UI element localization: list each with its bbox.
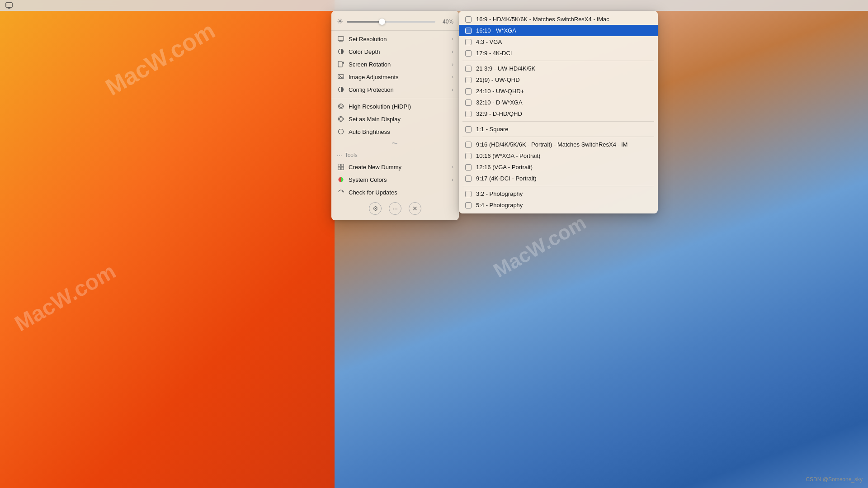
submenu-sep-2 [462,121,654,122]
label-5-4-photography: 5:4 - Photography [476,202,523,208]
menu-bottom-icons: ⚙ ··· ✕ [331,199,459,217]
submenu-item-32-9[interactable]: 32:9 - D-HD/QHD [459,108,658,119]
set-resolution-arrow: › [452,36,453,42]
menu-item-set-resolution[interactable]: Set Resolution › [331,33,459,45]
create-dummy-label: Create New Dummy [349,164,450,171]
checkbox-9-16-portrait [465,142,472,148]
label-32-10: 32:10 - D-W*XGA [476,99,523,106]
set-main-display-icon [337,115,345,123]
menu-item-auto-brightness[interactable]: Auto Brightness [331,125,459,138]
label-24-10: 24:10 - UW-QHD+ [476,88,524,95]
config-protection-arrow: › [452,87,453,92]
image-adjustments-label: Image Adjustments [349,74,450,81]
label-9-17-portrait: 9:17 (4K-DCI - Portrait) [476,175,537,182]
submenu-item-9-17-portrait[interactable]: 9:17 (4K-DCI - Portrait) [459,173,658,184]
label-16-9-hd: 16:9 - HD/4K/5K/6K - Matches SwitchResX4… [476,16,609,23]
submenu-item-21-9-uw-qhd[interactable]: 21(9) - UW-QHD [459,74,658,85]
check-updates-icon [337,188,345,196]
color-depth-arrow: › [452,49,453,54]
submenu-item-1-1-square[interactable]: 1:1 - Square [459,123,658,135]
auto-brightness-label: Auto Brightness [349,128,453,135]
submenu-item-24-10[interactable]: 24:10 - UW-QHD+ [459,85,658,97]
set-resolution-icon [337,35,345,43]
color-depth-label: Color Depth [349,48,450,55]
submenu-item-3-2-photography[interactable]: 3:2 - Photography [459,188,658,199]
svg-point-17 [339,129,344,134]
brightness-percentage: 40% [439,19,453,25]
submenu-item-21-3-9[interactable]: 21 3:9 - UW-HD/4K/5K [459,63,658,74]
checkbox-32-9 [465,111,472,117]
svg-rect-21 [341,167,344,170]
svg-rect-7 [338,62,342,67]
screen-rotation-icon [337,60,345,68]
menu-item-check-updates[interactable]: Check for Updates [331,186,459,199]
checkbox-17-9-4k-dci [465,50,472,57]
menu-item-high-resolution[interactable]: High Resolution (HiDPI) [331,100,459,113]
system-colors-icon [337,175,345,184]
checkbox-12-16-portrait [465,164,472,171]
brightness-slider[interactable] [347,21,435,23]
high-resolution-label: High Resolution (HiDPI) [349,103,453,110]
checkbox-4-3-vga [465,39,472,45]
label-16-10-wxga: 16:10 - W*XGA [476,27,516,34]
submenu-sep-3 [462,137,654,137]
separator-2 [331,98,459,98]
submenu-item-9-16-portrait[interactable]: 9:16 (HD/4K/5K/6K - Portrait) - Matches … [459,139,658,150]
label-9-16-portrait: 9:16 (HD/4K/5K/6K - Portrait) - Matches … [476,141,627,148]
checkbox-5-4-photography [465,202,472,208]
system-colors-label: System Colors [349,176,450,183]
label-21-3-9: 21 3:9 - UW-HD/4K/5K [476,65,535,72]
svg-rect-20 [338,167,341,170]
menu-item-image-adjustments[interactable]: Image Adjustments › [331,71,459,83]
menu-item-config-protection[interactable]: Config Protection › [331,83,459,96]
tools-icon: ··· [337,152,342,159]
checkbox-24-10 [465,88,472,95]
submenu-item-10-16-portrait[interactable]: 10:16 (W*XGA - Portrait) [459,150,658,161]
set-main-display-label: Set as Main Display [349,116,453,123]
submenu-item-4-3-vga[interactable]: 4:3 - VGA [459,36,658,47]
svg-rect-19 [341,164,344,167]
tools-label: Tools [345,152,358,158]
svg-point-15 [340,118,342,120]
dropdown-menu: ☀ 40% Set Resolution › Color Depth › [331,11,459,220]
menu-bar-display-icon[interactable] [4,0,14,11]
tools-section: ··· Tools [331,150,459,161]
section-divider: 〜 [331,138,459,150]
brightness-icon: ☀ [337,17,343,26]
submenu-item-12-16-portrait[interactable]: 12:16 (VGA - Portrait) [459,161,658,173]
config-protection-icon [337,85,345,94]
separator-top [331,30,459,31]
set-resolution-label: Set Resolution [349,36,450,43]
checkbox-10-16-portrait [465,153,472,159]
menu-bar [0,0,868,11]
desktop-background-left [0,0,335,488]
submenu-item-32-10[interactable]: 32:10 - D-W*XGA [459,97,658,108]
submenu-item-16-9-hd[interactable]: 16:9 - HD/4K/5K/6K - Matches SwitchResX4… [459,14,658,25]
slider-fill [347,21,382,23]
menu-item-system-colors[interactable]: System Colors › [331,173,459,186]
submenu-item-16-10-wxga[interactable]: 16:10 - W*XGA [459,25,658,36]
menu-item-create-dummy[interactable]: Create New Dummy › [331,161,459,173]
menu-item-color-depth[interactable]: Color Depth › [331,45,459,58]
checkbox-32-10 [465,99,472,106]
config-protection-label: Config Protection [349,86,450,93]
submenu-panel: 16:9 - HD/4K/5K/6K - Matches SwitchResX4… [459,11,658,213]
create-dummy-arrow: › [452,164,453,170]
menu-item-screen-rotation[interactable]: Screen Rotation › [331,58,459,71]
submenu-item-17-9-4k-dci[interactable]: 17:9 - 4K-DCI [459,47,658,59]
submenu-sep-1 [462,61,654,61]
submenu-item-5-4-photography[interactable]: 5:4 - Photography [459,199,658,211]
screen-rotation-arrow: › [452,62,453,67]
auto-brightness-icon [337,128,345,136]
label-1-1-square: 1:1 - Square [476,126,509,133]
system-colors-arrow: › [452,177,453,182]
checkbox-9-17-portrait [465,175,472,182]
create-dummy-icon [337,163,345,171]
menu-item-set-main-display[interactable]: Set as Main Display [331,113,459,125]
label-17-9-4k-dci: 17:9 - 4K-DCI [476,50,512,57]
more-button[interactable]: ··· [389,202,401,215]
gear-button[interactable]: ⚙ [369,202,382,215]
brightness-row[interactable]: ☀ 40% [331,14,459,28]
close-button[interactable]: ✕ [409,202,421,215]
slider-thumb [379,19,385,25]
